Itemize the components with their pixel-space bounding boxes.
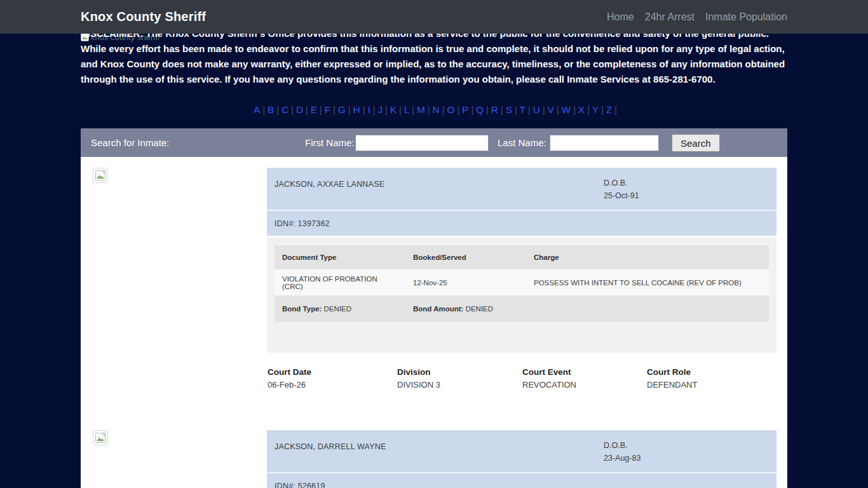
alphabet-letter-C[interactable]: C [281, 104, 288, 116]
brand-title[interactable]: Knox County Sheriff [81, 10, 206, 24]
court-role-value: DEFENDANT [647, 379, 774, 391]
alphabet-letter-Q[interactable]: Q [476, 104, 484, 116]
search-button[interactable]: Search [672, 134, 720, 152]
inmate-name: JACKSON, DARRELL WAYNE [275, 442, 386, 451]
alphabet-letter-G[interactable]: G [338, 104, 346, 116]
alphabet-letter-L[interactable]: L [404, 104, 410, 116]
charges-header-row: Document Type Booked/Served Charge [275, 245, 769, 269]
alphabet-letter-R[interactable]: R [491, 104, 498, 116]
inmate-record: JACKSON, DARRELL WAYNE D.O.B. 23-Aug-83 … [267, 430, 776, 488]
booked-served-value: 12-Nov-25 [405, 269, 526, 295]
broken-image-icon [95, 432, 106, 444]
dob-label: D.O.B. [604, 439, 641, 452]
broken-image-icon [95, 170, 106, 181]
bond-amount-label: Bond Amount: [413, 305, 463, 313]
alphabet-letter-N[interactable]: N [433, 104, 440, 116]
bond-type-cell: Bond Type: DENIED [275, 295, 405, 322]
bond-row: Bond Type: DENIED Bond Amount: DENIED [275, 295, 769, 322]
alphabet-letter-Y[interactable]: Y [592, 104, 599, 116]
search-bar-title: Search for Inmate: [91, 137, 169, 148]
results-area: JACKSON, AXXAE LANNASE D.O.B. 25-Oct-91 … [81, 157, 787, 488]
alphabet-letter-W[interactable]: W [562, 104, 571, 116]
idn-row: IDN#: 526619 [267, 472, 776, 488]
idn-row: IDN#: 1397362 [267, 210, 776, 236]
alphabet-letter-O[interactable]: O [447, 104, 454, 116]
division-header: Division [397, 366, 522, 379]
inmate-photo-placeholder [93, 168, 108, 183]
court-date-value: 06-Feb-26 [268, 379, 397, 391]
alphabet-letter-E[interactable]: E [311, 104, 317, 116]
court-event-col: Court Event REVOCATION [522, 366, 647, 391]
alphabet-letter-M[interactable]: M [417, 104, 425, 116]
navbar-links: Home 24hr Arrest Inmate Population [607, 11, 787, 23]
charge-row: VIOLATION OF PROBATION (CRC) 12-Nov-25 P… [275, 269, 769, 295]
nav-link-home[interactable]: Home [607, 11, 634, 23]
record-header: JACKSON, DARRELL WAYNE D.O.B. 23-Aug-83 [267, 430, 776, 472]
alphabet-separator: | [320, 105, 322, 115]
alphabet-separator: | [442, 105, 445, 115]
alphabet-separator: | [428, 105, 430, 115]
bond-amount-value: DENIED [466, 305, 493, 313]
division-value: DIVISION 3 [397, 379, 522, 391]
alphabet-separator: | [276, 105, 279, 115]
alphabet-nav: A|B|C|D|E|F|G|H|I|J|K|L|M|N|O|P|Q|R|S|T|… [81, 103, 787, 117]
alphabet-separator: | [333, 105, 336, 115]
alphabet-letter-S[interactable]: S [506, 104, 512, 116]
inmate-name: JACKSON, AXXAE LANNASE [275, 180, 384, 189]
bond-amount-cell: Bond Amount: DENIED [405, 295, 769, 322]
dob-block: D.O.B. 25-Oct-91 [604, 177, 639, 202]
last-name-input[interactable] [550, 135, 659, 151]
dob-value: 25-Oct-91 [604, 189, 639, 202]
dob-block: D.O.B. 23-Aug-83 [604, 439, 641, 464]
alphabet-letter-D[interactable]: D [296, 104, 303, 116]
alphabet-separator: | [614, 105, 617, 115]
alphabet-separator: | [363, 105, 365, 115]
search-bar: Search for Inmate: First Name: Last Name… [81, 128, 787, 157]
charge-value: POSSESS WITH INTENT TO SELL COCAINE (REV… [526, 269, 769, 295]
alphabet-letter-J[interactable]: J [377, 104, 383, 116]
column-booked-served: Booked/Served [405, 245, 526, 269]
bond-type-value: DENIED [324, 305, 351, 313]
inmate-photo-placeholder [93, 430, 108, 445]
court-date-header: Court Date [268, 366, 397, 379]
court-event-value: REVOCATION [522, 379, 647, 391]
division-col: Division DIVISION 3 [397, 366, 522, 391]
alphabet-separator: | [486, 105, 489, 115]
alphabet-letter-K[interactable]: K [390, 104, 397, 116]
dob-value: 23-Aug-83 [604, 452, 641, 464]
top-navbar: Knox County Sheriff Home 24hr Arrest Inm… [0, 0, 868, 34]
court-role-header: Court Role [647, 366, 774, 379]
alphabet-letter-T[interactable]: T [520, 104, 526, 116]
nav-link-24hr-arrest[interactable]: 24hr Arrest [645, 11, 695, 23]
navbar-inner: Knox County Sheriff Home 24hr Arrest Inm… [81, 0, 787, 34]
last-name-label: Last Name: [498, 137, 546, 148]
alphabet-separator: | [573, 105, 576, 115]
charges-table-container: Document Type Booked/Served Charge VIOLA… [267, 238, 776, 353]
alphabet-letter-X[interactable]: X [578, 104, 585, 116]
alphabet-separator: | [528, 105, 531, 115]
alphabet-separator: | [457, 105, 459, 115]
alphabet-letter-Z[interactable]: Z [606, 104, 612, 116]
alphabet-letter-U[interactable]: U [533, 104, 540, 116]
alphabet-letter-I[interactable]: I [367, 104, 370, 116]
alphabet-letter-B[interactable]: B [268, 104, 274, 116]
alphabet-separator: | [373, 105, 376, 115]
nav-link-inmate-population[interactable]: Inmate Population [705, 11, 787, 23]
disclaimer-text: DISCLAIMER: The Knox County Sheriff's Of… [81, 26, 786, 87]
alphabet-separator: | [587, 105, 590, 115]
alphabet-letter-H[interactable]: H [353, 104, 360, 116]
charges-table: Document Type Booked/Served Charge VIOLA… [275, 245, 769, 322]
court-date-col: Court Date 06-Feb-26 [268, 366, 397, 391]
alphabet-letter-A[interactable]: A [254, 104, 260, 116]
alphabet-separator: | [306, 105, 308, 115]
court-info: Court Date 06-Feb-26 Division DIVISION 3… [267, 366, 776, 391]
document-type-value: VIOLATION OF PROBATION (CRC) [275, 269, 405, 295]
alphabet-separator: | [385, 105, 388, 115]
alphabet-letter-F[interactable]: F [325, 104, 330, 116]
alphabet-separator: | [501, 105, 503, 115]
alphabet-letter-V[interactable]: V [548, 104, 554, 116]
first-name-input[interactable] [355, 135, 489, 151]
court-event-header: Court Event [522, 366, 647, 379]
alphabet-separator: | [412, 105, 414, 115]
alphabet-letter-P[interactable]: P [462, 104, 468, 116]
